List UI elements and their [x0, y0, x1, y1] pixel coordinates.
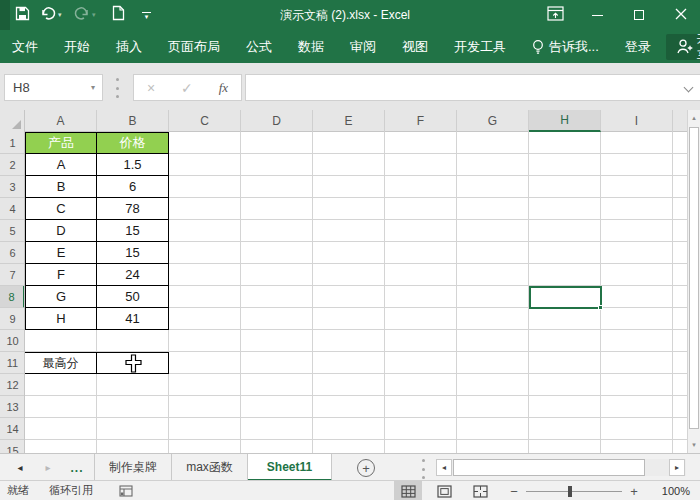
scroll-up-icon[interactable]: ▴ [688, 110, 700, 126]
tab-tell-me[interactable]: 告诉我... [519, 30, 612, 63]
tab-view[interactable]: 视图 [389, 30, 441, 63]
vertical-scrollbar-thumb[interactable] [689, 127, 699, 429]
table-cell[interactable]: B [25, 176, 97, 198]
tab-developer[interactable]: 开发工具 [441, 30, 519, 63]
max-score-label-cell[interactable]: 最高分 [25, 352, 97, 374]
tab-data[interactable]: 数据 [285, 30, 337, 63]
column-header-d[interactable]: D [241, 110, 313, 132]
sheet-tab-sheet11-active[interactable]: Sheet11 [248, 454, 332, 481]
row-header-4[interactable]: 4 [0, 198, 25, 220]
sheet-list-ellipsis[interactable]: ... [64, 454, 90, 481]
row-header-13[interactable]: 13 [0, 396, 25, 418]
row-header-12[interactable]: 12 [0, 374, 25, 396]
save-button[interactable] [15, 0, 30, 30]
new-sheet-button[interactable]: + [357, 459, 375, 477]
table-cell[interactable]: 41 [97, 308, 169, 330]
macro-record-button[interactable] [119, 485, 133, 497]
sheet-tab-maxhanshu[interactable]: max函数 [172, 454, 248, 481]
name-box-dropdown-icon[interactable]: ▾ [91, 83, 102, 92]
confirm-entry-icon[interactable]: ✓ [181, 80, 193, 96]
minimize-button[interactable] [580, 0, 614, 30]
column-header-a[interactable]: A [25, 110, 97, 132]
row-header-11[interactable]: 11 [0, 352, 25, 374]
maximize-button[interactable] [622, 0, 656, 30]
normal-view-button[interactable] [394, 481, 422, 500]
row-header-15[interactable]: 15 [0, 440, 25, 453]
table-cell[interactable]: C [25, 198, 97, 220]
table-header-cell[interactable]: 产品 [25, 132, 97, 154]
tab-insert[interactable]: 插入 [103, 30, 155, 63]
zoom-in-button[interactable]: + [626, 484, 642, 499]
sheet-nav-right-icon[interactable]: ▸ [40, 454, 56, 481]
table-cell[interactable]: 50 [97, 286, 169, 308]
circular-reference-status[interactable]: 循环引用 [49, 483, 93, 498]
table-cell[interactable]: 15 [97, 220, 169, 242]
column-header-e[interactable]: E [313, 110, 385, 132]
horizontal-scrollbar-thumb[interactable] [453, 459, 645, 476]
cancel-entry-icon[interactable]: × [147, 80, 155, 96]
table-cell[interactable]: D [25, 220, 97, 242]
zoom-level[interactable]: 100% [648, 485, 690, 497]
row-header-7[interactable]: 7 [0, 264, 25, 286]
table-cell[interactable]: 6 [97, 176, 169, 198]
sheet-nav-left-icon[interactable]: ◂ [12, 454, 28, 481]
undo-button[interactable]: ▾ [40, 0, 62, 30]
row-header-6[interactable]: 6 [0, 242, 25, 264]
zoom-slider-thumb[interactable] [568, 486, 572, 497]
fill-handle[interactable] [598, 305, 603, 310]
row-header-5[interactable]: 5 [0, 220, 25, 242]
tab-review[interactable]: 审阅 [337, 30, 389, 63]
sign-in-button[interactable]: 登录 [612, 30, 664, 63]
table-cell[interactable]: G [25, 286, 97, 308]
row-header-8-selected[interactable]: 8 [0, 286, 25, 308]
redo-dropdown-icon[interactable]: ▾ [92, 11, 96, 19]
row-header-10[interactable]: 10 [0, 330, 25, 352]
redo-button[interactable]: ▾ [74, 0, 96, 30]
column-header-i[interactable]: I [601, 110, 673, 132]
new-document-button[interactable] [112, 0, 125, 30]
page-break-view-icon [473, 485, 488, 498]
share-button[interactable]: 共享 [666, 34, 700, 60]
tab-page-layout[interactable]: 页面布局 [155, 30, 233, 63]
sheet-tab-zhizuozhuopai[interactable]: 制作桌牌 [94, 454, 172, 481]
table-cell[interactable]: 15 [97, 242, 169, 264]
select-all-button[interactable] [0, 110, 25, 132]
ribbon-display-options-button[interactable] [538, 0, 572, 30]
close-button[interactable] [664, 0, 698, 30]
expand-formula-bar-icon[interactable] [684, 83, 694, 93]
table-cell[interactable]: E [25, 242, 97, 264]
scroll-left-icon[interactable]: ◂ [436, 459, 452, 476]
row-header-3[interactable]: 3 [0, 176, 25, 198]
table-header-cell[interactable]: 价格 [97, 132, 169, 154]
table-cell[interactable]: 78 [97, 198, 169, 220]
table-cell[interactable]: A [25, 154, 97, 176]
table-cell[interactable]: F [25, 264, 97, 286]
name-box[interactable]: H8 ▾ [4, 74, 103, 101]
row-header-2[interactable]: 2 [0, 154, 25, 176]
undo-dropdown-icon[interactable]: ▾ [58, 11, 62, 19]
page-break-view-button[interactable] [466, 481, 494, 500]
table-cell[interactable]: 1.5 [97, 154, 169, 176]
row-header-9[interactable]: 9 [0, 308, 25, 330]
table-cell[interactable]: 24 [97, 264, 169, 286]
zoom-out-button[interactable]: − [506, 484, 522, 499]
row-header-14[interactable]: 14 [0, 418, 25, 440]
page-layout-view-button[interactable] [430, 481, 458, 500]
vertical-scrollbar[interactable]: ▴ ▾ [687, 110, 700, 453]
scroll-down-icon[interactable]: ▾ [688, 437, 700, 453]
table-cell[interactable]: H [25, 308, 97, 330]
tab-formulas[interactable]: 公式 [233, 30, 285, 63]
row-header-1[interactable]: 1 [0, 132, 25, 154]
column-header-h-selected[interactable]: H [529, 110, 601, 132]
selected-cell-h8[interactable] [529, 286, 602, 309]
column-header-b[interactable]: B [97, 110, 169, 132]
column-header-f[interactable]: F [385, 110, 457, 132]
insert-function-icon[interactable]: fx [219, 80, 228, 96]
column-header-c[interactable]: C [169, 110, 241, 132]
tab-file[interactable]: 文件 [0, 30, 51, 63]
scroll-right-icon[interactable]: ▸ [669, 459, 685, 476]
column-header-g[interactable]: G [457, 110, 529, 132]
zoom-slider[interactable] [526, 491, 622, 492]
formula-input[interactable] [245, 74, 700, 101]
tab-home[interactable]: 开始 [51, 30, 103, 63]
